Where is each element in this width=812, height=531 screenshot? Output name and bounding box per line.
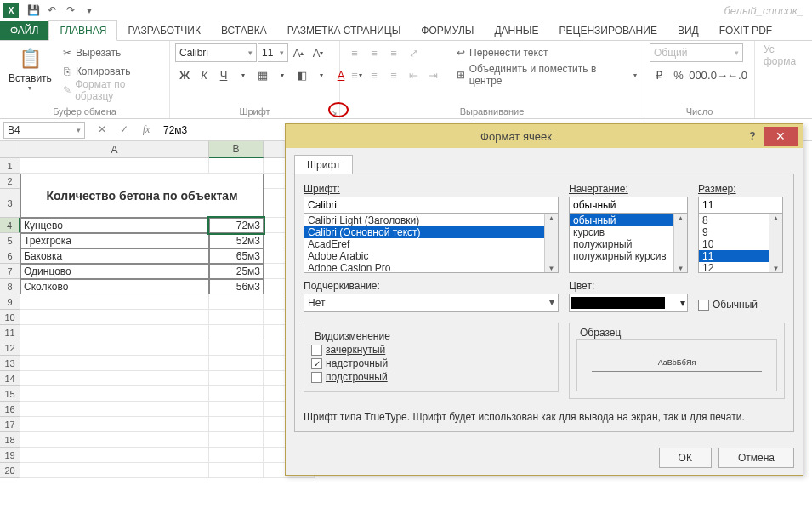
underline-button[interactable]: Ч xyxy=(214,66,233,84)
underline-more[interactable]: ▾ xyxy=(234,66,253,84)
font-name-input[interactable] xyxy=(304,197,559,214)
color-combo[interactable]: ▾ xyxy=(569,294,688,312)
list-item[interactable]: AcadEref xyxy=(304,238,558,250)
row-header-8[interactable]: 8 xyxy=(0,279,20,294)
col-header-B[interactable]: B xyxy=(209,141,264,158)
name-box[interactable]: B4▾ xyxy=(3,122,85,139)
row-header-13[interactable]: 13 xyxy=(0,356,20,371)
cell-A14[interactable] xyxy=(20,371,209,386)
tab-formulas[interactable]: ФОРМУЛЫ xyxy=(411,21,484,40)
row-header-16[interactable]: 16 xyxy=(0,402,20,417)
tab-file[interactable]: ФАЙЛ xyxy=(0,21,48,40)
row-header-19[interactable]: 19 xyxy=(0,448,20,463)
scrollbar[interactable] xyxy=(544,214,558,272)
cell-B5[interactable]: 52м3 xyxy=(209,233,264,248)
normal-checkbox[interactable]: Обычный xyxy=(698,299,783,311)
tab-home[interactable]: ГЛАВНАЯ xyxy=(48,20,117,41)
align-bottom[interactable]: ≡ xyxy=(384,43,403,62)
dec-decimal[interactable]: ←.0 xyxy=(728,66,747,84)
row-header-17[interactable]: 17 xyxy=(0,417,20,432)
cell-A19[interactable] xyxy=(20,448,209,463)
cell-B12[interactable] xyxy=(209,340,264,356)
align-middle[interactable]: ≡ xyxy=(365,43,383,62)
cell-B4[interactable]: 72м3 xyxy=(209,218,264,233)
cell-B1[interactable] xyxy=(209,158,264,174)
paste-button[interactable]: 📋 Вставить ▾ xyxy=(5,43,55,94)
row-header-10[interactable]: 10 xyxy=(0,310,20,325)
cell-A9[interactable] xyxy=(20,294,209,310)
row-header-5[interactable]: 5 xyxy=(0,233,20,248)
tab-developer[interactable]: РАЗРАБОТЧИК xyxy=(117,21,211,40)
wrap-text-button[interactable]: ↩Перенести текст xyxy=(452,43,639,62)
tab-review[interactable]: РЕЦЕНЗИРОВАНИЕ xyxy=(549,21,667,40)
indent-inc[interactable]: ⇥ xyxy=(423,66,442,84)
scrollbar[interactable] xyxy=(769,214,782,272)
col-header-A[interactable]: A xyxy=(20,141,209,158)
align-center[interactable]: ≡ xyxy=(365,66,383,84)
row-header-3[interactable]: 3 xyxy=(0,189,20,218)
qat-redo[interactable]: ↷ xyxy=(61,1,80,20)
cell-A10[interactable] xyxy=(20,310,209,325)
cell-B19[interactable] xyxy=(209,448,264,463)
orientation[interactable]: ⤢ xyxy=(404,43,423,62)
row-header-1[interactable]: 1 xyxy=(0,158,20,174)
strike-checkbox[interactable]: зачеркнутый xyxy=(311,344,551,356)
cell-B14[interactable] xyxy=(209,371,264,386)
cell-B10[interactable] xyxy=(209,310,264,325)
cancel-formula[interactable]: ✕ xyxy=(94,122,111,139)
style-listbox[interactable]: обычныйкурсивполужирныйполужирный курсив xyxy=(569,214,688,273)
cell-B11[interactable] xyxy=(209,325,264,340)
font-listbox[interactable]: Calibri Light (Заголовки)Calibri (Основн… xyxy=(304,214,559,273)
inc-decimal[interactable]: .0→ xyxy=(708,66,727,84)
list-item[interactable]: Calibri Light (Заголовки) xyxy=(304,214,558,226)
cell-B18[interactable] xyxy=(209,432,264,448)
list-item[interactable]: обычный xyxy=(570,214,687,226)
table-title[interactable]: Количество бетона по объектам xyxy=(20,174,264,218)
underline-combo[interactable]: Нет xyxy=(304,294,559,312)
fx-button[interactable]: fx xyxy=(138,122,155,139)
tab-view[interactable]: ВИД xyxy=(667,21,709,40)
bold-button[interactable]: Ж xyxy=(175,66,194,84)
dialog-help-button[interactable]: ? xyxy=(741,127,764,146)
qat-more[interactable]: ▾ xyxy=(80,1,99,20)
fill-more[interactable]: ▾ xyxy=(312,66,331,84)
cell-B17[interactable] xyxy=(209,417,264,432)
cell-B13[interactable] xyxy=(209,356,264,371)
comma-button[interactable]: 000 xyxy=(689,66,707,84)
row-header-11[interactable]: 11 xyxy=(0,325,20,340)
percent-button[interactable]: % xyxy=(669,66,688,84)
list-item[interactable]: Calibri (Основной текст) xyxy=(304,226,558,238)
cell-A6[interactable]: Баковка xyxy=(20,248,209,264)
cell-A20[interactable] xyxy=(20,463,209,478)
qat-undo[interactable]: ↶ xyxy=(43,1,61,20)
row-header-18[interactable]: 18 xyxy=(0,432,20,448)
align-right[interactable]: ≡ xyxy=(384,66,403,84)
cut-button[interactable]: ✂Вырезать xyxy=(59,43,164,62)
row-header-9[interactable]: 9 xyxy=(0,294,20,310)
cell-A16[interactable] xyxy=(20,402,209,417)
tab-insert[interactable]: ВСТАВКА xyxy=(211,21,277,40)
list-item[interactable]: полужирный xyxy=(570,238,687,250)
tab-foxit[interactable]: FOXIT PDF xyxy=(709,21,782,40)
cell-B7[interactable]: 25м3 xyxy=(209,264,264,279)
indent-dec[interactable]: ⇤ xyxy=(404,66,423,84)
grow-font-button[interactable]: A▴ xyxy=(289,43,308,62)
format-painter-button[interactable]: ✎Формат по образцу xyxy=(59,81,164,100)
shrink-font-button[interactable]: A▾ xyxy=(309,43,327,62)
row-header-2[interactable]: 2 xyxy=(0,174,20,189)
row-header-14[interactable]: 14 xyxy=(0,371,20,386)
cell-A4[interactable]: Кунцево xyxy=(20,218,209,233)
row-header-12[interactable]: 12 xyxy=(0,340,20,356)
super-checkbox[interactable]: ✓надстрочный xyxy=(311,357,551,369)
border-more[interactable]: ▾ xyxy=(273,66,292,84)
tab-page-layout[interactable]: РАЗМЕТКА СТРАНИЦЫ xyxy=(277,21,412,40)
row-header-4[interactable]: 4 xyxy=(0,218,20,233)
cell-A15[interactable] xyxy=(20,386,209,402)
list-item[interactable]: полужирный курсив xyxy=(570,250,687,262)
style-input[interactable] xyxy=(569,197,688,214)
cell-A11[interactable] xyxy=(20,325,209,340)
cell-A13[interactable] xyxy=(20,356,209,371)
list-item[interactable]: Adobe Arabic xyxy=(304,250,558,262)
row-header-20[interactable]: 20 xyxy=(0,463,20,478)
cancel-button[interactable]: Отмена xyxy=(718,448,794,468)
